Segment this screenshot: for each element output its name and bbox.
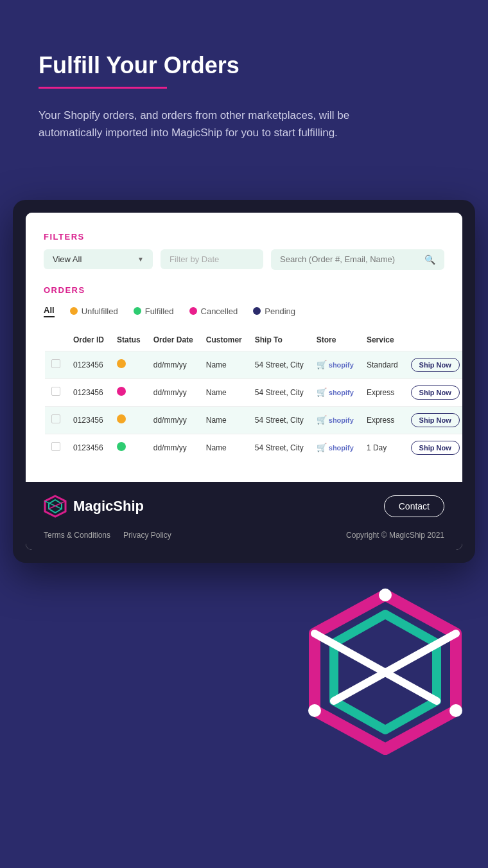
tab-unfulfilled[interactable]: Unfulfilled	[70, 306, 118, 316]
col-service: Service	[360, 328, 405, 351]
orders-label: ORDERS	[44, 285, 444, 295]
screen-footer: MagicShip Contact	[26, 482, 462, 531]
row-checkbox-cell[interactable]	[44, 351, 67, 378]
hero-title: Fulfill Your Orders	[39, 51, 449, 79]
date-cell: dd/mm/yy	[147, 434, 200, 462]
orders-table: Order ID Status Order Date Customer Ship…	[44, 328, 462, 463]
svg-point-8	[379, 589, 392, 601]
col-order-id: Order ID	[67, 328, 110, 351]
row-checkbox[interactable]	[51, 442, 60, 451]
tab-fulfilled-label: Fulfilled	[145, 306, 174, 316]
tab-all[interactable]: All	[44, 305, 55, 317]
ship-to-cell: 54 Street, City	[248, 406, 310, 434]
status-cell	[110, 434, 147, 462]
customer-cell: Name	[200, 406, 248, 434]
search-input[interactable]	[280, 254, 422, 264]
terms-link[interactable]: Terms & Conditions	[44, 531, 110, 540]
ship-now-button[interactable]: Ship Now	[411, 413, 460, 427]
status-cell	[110, 406, 147, 434]
view-all-dropdown[interactable]: View All ▼	[44, 249, 153, 269]
dot-fulfilled	[134, 307, 141, 315]
svg-point-10	[449, 704, 462, 717]
customer-cell: Name	[200, 434, 248, 462]
table-row: 0123456 dd/mm/yy Name 54 Street, City 🛒s…	[44, 406, 462, 434]
order-id-cell: 0123456	[67, 351, 110, 378]
filter-date-label: Filter by Date	[170, 254, 219, 264]
date-cell: dd/mm/yy	[147, 378, 200, 406]
bottom-logo-section	[0, 563, 488, 794]
tab-pending-label: Pending	[265, 306, 295, 316]
action-cell[interactable]: Ship Now	[405, 378, 462, 406]
action-cell[interactable]: Ship Now	[405, 406, 462, 434]
shopify-badge: 🛒shopify	[317, 415, 354, 425]
shopify-icon: 🛒	[317, 415, 327, 425]
col-action	[405, 328, 462, 351]
row-checkbox[interactable]	[51, 414, 60, 423]
footer-links: Terms & Conditions Privacy Policy Copyri…	[26, 531, 462, 550]
contact-button[interactable]: Contact	[384, 495, 444, 517]
ship-to-cell: 54 Street, City	[248, 434, 310, 462]
shopify-badge: 🛒shopify	[317, 360, 354, 369]
shopify-icon: 🛒	[317, 387, 327, 397]
store-cell: 🛒shopify	[310, 406, 360, 434]
action-cell[interactable]: Ship Now	[405, 434, 462, 462]
ship-now-button[interactable]: Ship Now	[411, 358, 460, 372]
status-cell	[110, 351, 147, 378]
shopify-icon: 🛒	[317, 443, 327, 452]
dot-cancelled	[189, 307, 197, 315]
row-checkbox[interactable]	[51, 359, 60, 368]
tab-cancelled-label: Cancelled	[201, 306, 238, 316]
tab-unfulfilled-label: Unfulfilled	[82, 306, 118, 316]
order-id-cell: 0123456	[67, 434, 110, 462]
hero-section: Fulfill Your Orders Your Shopify orders,…	[0, 0, 488, 181]
tab-cancelled[interactable]: Cancelled	[189, 306, 238, 316]
store-cell: 🛒shopify	[310, 378, 360, 406]
customer-cell: Name	[200, 378, 248, 406]
row-checkbox-cell[interactable]	[44, 406, 67, 434]
shopify-badge: 🛒shopify	[317, 443, 354, 452]
col-order-date: Order Date	[147, 328, 200, 351]
logo-text: MagicShip	[73, 498, 144, 515]
table-header-row: Order ID Status Order Date Customer Ship…	[44, 328, 462, 351]
table-row: 0123456 dd/mm/yy Name 54 Street, City 🛒s…	[44, 378, 462, 406]
service-cell: 1 Day	[360, 434, 405, 462]
row-checkbox[interactable]	[51, 387, 60, 396]
status-indicator	[117, 359, 126, 368]
row-checkbox-cell[interactable]	[44, 378, 67, 406]
big-magicship-logo	[302, 589, 469, 756]
filters-label: FILTERS	[44, 232, 444, 242]
ship-to-cell: 54 Street, City	[248, 351, 310, 378]
dot-pending	[253, 307, 261, 315]
col-customer: Customer	[200, 328, 248, 351]
shopify-badge: 🛒shopify	[317, 387, 354, 397]
ship-to-cell: 54 Street, City	[248, 378, 310, 406]
service-cell: Express	[360, 378, 405, 406]
filters-row: View All ▼ Filter by Date 🔍	[44, 249, 444, 270]
status-indicator	[117, 387, 126, 396]
view-all-label: View All	[53, 254, 82, 264]
privacy-link[interactable]: Privacy Policy	[123, 531, 171, 540]
tab-fulfilled[interactable]: Fulfilled	[134, 306, 174, 316]
status-tabs: All Unfulfilled Fulfilled Cancelled Pend…	[44, 305, 444, 317]
shopify-icon: 🛒	[317, 360, 327, 369]
tab-pending[interactable]: Pending	[253, 306, 295, 316]
search-wrapper[interactable]: 🔍	[271, 249, 444, 270]
hero-description: Your Shopify orders, and orders from oth…	[39, 107, 411, 141]
ship-now-button[interactable]: Ship Now	[411, 385, 460, 400]
copyright-text: Copyright © MagicShip 2021	[346, 531, 444, 540]
footer-left-links: Terms & Conditions Privacy Policy	[44, 531, 171, 540]
action-cell[interactable]: Ship Now	[405, 351, 462, 378]
table-row: 0123456 dd/mm/yy Name 54 Street, City 🛒s…	[44, 434, 462, 462]
col-ship-to: Ship To	[248, 328, 310, 351]
date-cell: dd/mm/yy	[147, 406, 200, 434]
status-indicator	[117, 442, 126, 451]
store-cell: 🛒shopify	[310, 434, 360, 462]
row-checkbox-cell[interactable]	[44, 434, 67, 462]
filter-date[interactable]: Filter by Date	[161, 249, 263, 269]
svg-point-9	[308, 704, 321, 717]
ship-now-button[interactable]: Ship Now	[411, 441, 460, 455]
screen: FILTERS View All ▼ Filter by Date 🔍 ORDE…	[26, 213, 462, 550]
customer-cell: Name	[200, 351, 248, 378]
date-cell: dd/mm/yy	[147, 351, 200, 378]
search-icon: 🔍	[424, 254, 435, 265]
